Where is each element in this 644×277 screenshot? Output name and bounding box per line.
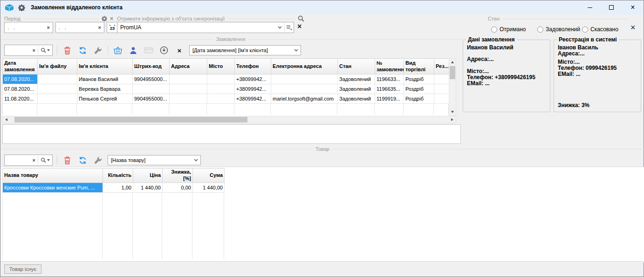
order-cell[interactable] [170, 74, 207, 84]
order-cell[interactable]: 11.08.2020... [3, 94, 38, 104]
order-cell[interactable]: Роздріб [404, 94, 434, 104]
order-cell[interactable] [271, 74, 338, 84]
column-header[interactable]: Штрих-код [133, 59, 170, 74]
refresh-button[interactable] [77, 155, 88, 166]
order-cell[interactable]: Иванов Василий [77, 74, 133, 84]
scroll-track[interactable] [10, 116, 449, 123]
scroll-track[interactable] [449, 66, 456, 108]
order-cell[interactable]: Задоволений [338, 94, 375, 104]
product-cell-selected[interactable]: Кроссовки Кроссовки женские Pum, ... [3, 182, 103, 192]
settings-gear-icon[interactable] [18, 4, 25, 11]
column-header[interactable]: № замовленн [375, 59, 404, 74]
order-row[interactable]: 07.08.2020... Иванов Василий 9904955000.… [3, 74, 449, 84]
delete-order-button[interactable] [62, 45, 73, 56]
column-header[interactable]: Вид торгівлі [404, 59, 434, 74]
date-from-clear-icon[interactable]: × [47, 25, 50, 30]
panel-close-button[interactable]: × [630, 24, 636, 31]
list-select-icon[interactable] [284, 22, 294, 33]
order-cell[interactable]: Пеньков Сергей [77, 94, 133, 104]
product-cell[interactable]: 0,00 [163, 182, 193, 192]
orders-sort-combobox[interactable]: [Дата замовлення] [Ім'я клієнта] [189, 45, 301, 55]
column-header[interactable]: Знижка, [%] [163, 169, 193, 183]
product-cell[interactable]: 1 440,00 [193, 182, 225, 192]
column-header[interactable]: Дата замовлення [3, 59, 38, 74]
product-row[interactable]: Кроссовки Кроссовки женские Pum, ... 1,0… [3, 182, 225, 192]
radio-received[interactable]: Отримано [491, 26, 526, 33]
search-magnifier-icon[interactable] [41, 47, 50, 53]
client-person-icon[interactable] [128, 45, 139, 56]
order-cell[interactable]: 9904955000... [133, 74, 170, 84]
order-cell[interactable] [38, 74, 77, 84]
column-header[interactable]: Ціна [133, 169, 163, 183]
order-cell[interactable] [207, 94, 235, 104]
scroll-right-button[interactable] [449, 116, 456, 123]
period-close-icon[interactable]: × [110, 16, 113, 21]
product-cell[interactable]: 1 440,00 [133, 182, 163, 192]
order-cell[interactable]: Задоволений [338, 84, 375, 94]
column-header[interactable]: Назва товару [3, 169, 103, 183]
order-cell[interactable] [434, 84, 449, 94]
scroll-thumb[interactable] [450, 66, 455, 79]
order-cell[interactable]: Веревка Варвара [77, 84, 133, 94]
column-header[interactable]: Електронна адреса [271, 59, 338, 74]
column-header[interactable]: Ім'я файлу [38, 59, 77, 74]
order-cell[interactable] [434, 74, 449, 84]
date-to-value[interactable]: . . [59, 24, 98, 31]
column-header[interactable]: Кількість [103, 169, 133, 183]
column-header[interactable]: Рез... [434, 59, 449, 74]
calendar-button[interactable]: 23 [107, 22, 118, 33]
scroll-up-button[interactable] [449, 59, 456, 66]
orders-search-input[interactable]: × [4, 45, 53, 56]
products-search-input[interactable]: × [4, 155, 53, 166]
chevron-down-icon[interactable] [275, 22, 284, 33]
scroll-thumb[interactable] [14, 117, 247, 122]
search-text[interactable] [7, 45, 30, 55]
column-header[interactable]: Сума [193, 169, 225, 183]
minimize-button[interactable] [579, 0, 601, 14]
orders-vertical-scrollbar[interactable] [449, 58, 456, 116]
chevron-down-icon[interactable] [191, 155, 200, 165]
order-cell[interactable]: 1199919... [375, 94, 404, 104]
order-cell[interactable] [38, 94, 77, 104]
create-sale-basket-icon[interactable] [112, 45, 123, 56]
date-to-clear-icon[interactable]: × [98, 25, 101, 30]
orders-horizontal-scrollbar[interactable] [2, 116, 456, 123]
column-header[interactable]: Стан [338, 59, 375, 74]
column-header[interactable]: Адреса [170, 59, 207, 74]
order-cell[interactable] [133, 84, 170, 94]
order-cell[interactable]: +38099942... [235, 84, 271, 94]
order-cell[interactable]: mariel.torgsoft@gmail.com [271, 94, 338, 104]
search-icon[interactable] [298, 15, 304, 22]
order-cell[interactable] [434, 94, 449, 104]
column-header[interactable]: Місто [207, 59, 235, 74]
date-from-value[interactable]: . . [7, 24, 47, 31]
order-cell[interactable] [170, 84, 207, 94]
maximize-button[interactable] [601, 0, 622, 14]
search-magnifier-icon[interactable] [41, 157, 50, 163]
search-clear-icon[interactable]: × [33, 48, 35, 53]
order-cell[interactable] [207, 84, 235, 94]
radio-cancelled[interactable]: Скасовано [582, 26, 618, 33]
order-cell[interactable] [271, 84, 338, 94]
close-button[interactable]: × [622, 0, 644, 14]
order-cell[interactable]: 1196633... [375, 74, 404, 84]
settings-wrench-icon[interactable] [92, 45, 103, 56]
order-cell[interactable]: Роздріб [404, 74, 434, 84]
scroll-left-button[interactable] [3, 116, 10, 123]
order-row[interactable]: 11.08.2020... Пеньков Сергей 9904955000.… [3, 94, 449, 104]
order-cell[interactable]: +38099942... [235, 94, 271, 104]
period-settings-gear-icon[interactable] [102, 16, 107, 21]
order-cell[interactable]: Роздріб [404, 84, 434, 94]
order-row[interactable]: 07.08.2020... Веревка Варвара +38099942.… [3, 84, 449, 94]
delete-product-button[interactable] [62, 155, 73, 166]
column-header[interactable]: Ім'я клієнта [77, 59, 133, 74]
order-cell[interactable]: 07.08.2020... [3, 84, 38, 94]
cancel-x-button[interactable]: × [174, 45, 185, 56]
order-cell-selected[interactable]: 07.08.2020... [3, 74, 38, 84]
scroll-down-button[interactable] [449, 108, 456, 115]
radio-satisfied[interactable]: Задоволений [537, 26, 580, 33]
order-cell[interactable]: 9904955000... [133, 94, 170, 104]
chevron-down-icon[interactable] [291, 46, 301, 55]
settings-wrench-icon[interactable] [92, 155, 103, 166]
column-header[interactable]: Телефон [235, 59, 271, 74]
